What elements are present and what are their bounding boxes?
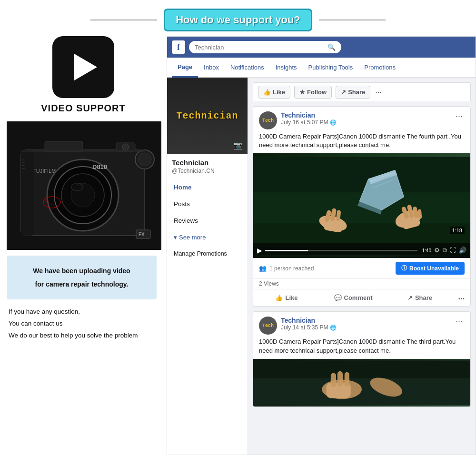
post-date-1: July 16 at 5:07 PM bbox=[281, 119, 450, 126]
post-card-1: Tech Technician July 16 at 5:07 PM ··· 1… bbox=[253, 106, 471, 307]
more-icon bbox=[458, 294, 465, 302]
share-icon bbox=[407, 294, 413, 301]
globe-icon-2 bbox=[330, 324, 337, 331]
svg-rect-17 bbox=[22, 165, 25, 166]
page-name: Technician bbox=[167, 154, 248, 168]
boost-button[interactable]: Boost Unavailable bbox=[396, 262, 465, 275]
svg-rect-44 bbox=[253, 378, 470, 405]
contact-line-1: If you have any question, bbox=[9, 308, 158, 315]
pip-icon[interactable] bbox=[443, 247, 447, 254]
settings-icon[interactable] bbox=[434, 247, 440, 254]
svg-rect-47 bbox=[331, 373, 336, 387]
banner-line-right bbox=[319, 20, 386, 20]
svg-rect-23 bbox=[21, 150, 145, 152]
follow-button[interactable]: Follow bbox=[294, 86, 332, 99]
contact-line-2: You can contact us bbox=[9, 320, 158, 327]
video-timestamp-1: 1:18 bbox=[450, 227, 465, 234]
tab-inbox[interactable]: Inbox bbox=[198, 58, 225, 78]
sidebar-item-reviews[interactable]: Reviews bbox=[167, 212, 248, 229]
post-comment-action[interactable]: Comment bbox=[320, 291, 387, 304]
comment-icon bbox=[334, 294, 342, 301]
page-handle: @Technician.CN bbox=[167, 168, 248, 179]
post-video-2 bbox=[253, 359, 470, 407]
post-header-2: Tech Technician July 14 at 5:35 PM ··· bbox=[253, 312, 470, 337]
volume-icon[interactable] bbox=[459, 247, 466, 254]
page-cover: Technician 📷 bbox=[167, 78, 248, 154]
camera-icon: 📷 bbox=[233, 141, 243, 150]
like-icon bbox=[275, 294, 283, 301]
top-banner: How do we support you? bbox=[0, 0, 476, 36]
post-share-action[interactable]: Share bbox=[387, 291, 453, 304]
reached-text: 1 person reached bbox=[269, 265, 314, 272]
search-icon: 🔍 bbox=[327, 43, 336, 51]
post-like-action[interactable]: Like bbox=[253, 291, 320, 304]
sidebar-item-home[interactable]: Home bbox=[167, 179, 248, 196]
fb-sidebar: Technician 📷 Technician @Technician.CN H… bbox=[167, 78, 248, 455]
sidebar-item-see-more[interactable]: See more bbox=[167, 229, 248, 246]
left-panel: VIDEO SUPPORT bbox=[0, 36, 167, 455]
svg-rect-16 bbox=[22, 162, 25, 163]
tab-publishing-tools[interactable]: Publishing Tools bbox=[303, 58, 359, 78]
banner-line-left bbox=[90, 20, 157, 20]
share-label: Share bbox=[348, 89, 365, 96]
post-actions-row-1: Like Comment Share bbox=[253, 289, 470, 306]
svg-text:FUJIFILM: FUJIFILM bbox=[33, 168, 56, 174]
more-options-icon[interactable]: ··· bbox=[375, 88, 381, 97]
play-button[interactable]: ▶ bbox=[257, 247, 262, 254]
svg-point-11 bbox=[138, 153, 151, 166]
video-support-section: VIDEO SUPPORT bbox=[7, 36, 160, 118]
video-controls-1: ▶ -1:40 bbox=[253, 243, 470, 258]
play-triangle-icon bbox=[74, 54, 97, 80]
post-meta-1: Technician July 16 at 5:07 PM bbox=[281, 111, 450, 126]
post-header-1: Tech Technician July 16 at 5:07 PM ··· bbox=[253, 107, 470, 132]
reach-left: 1 person reached bbox=[259, 265, 314, 272]
page-cover-text: Technician bbox=[174, 109, 240, 123]
follow-label: Follow bbox=[307, 89, 327, 96]
video-progress-fill bbox=[265, 250, 308, 251]
post-video-1: 1:18 ▶ -1:40 bbox=[253, 153, 470, 258]
post-comment-label: Comment bbox=[344, 294, 373, 301]
globe-icon bbox=[330, 119, 337, 126]
sidebar-item-posts[interactable]: Posts bbox=[167, 196, 248, 212]
tab-notifications[interactable]: Notifications bbox=[225, 58, 270, 78]
blue-text-box: We have been uploading video for camera … bbox=[7, 256, 157, 299]
post-author-2: Technician bbox=[281, 317, 450, 324]
blue-text-line1: We have been uploading video bbox=[14, 264, 149, 278]
follow-star-icon bbox=[299, 89, 305, 96]
video-thumbnail-1 bbox=[253, 153, 470, 258]
video-support-label: VIDEO SUPPORT bbox=[41, 103, 125, 114]
svg-point-9 bbox=[122, 144, 129, 150]
post-options-icon-2[interactable]: ··· bbox=[454, 317, 465, 327]
tab-insights[interactable]: Insights bbox=[270, 58, 303, 78]
video-control-icons bbox=[434, 247, 466, 254]
post-card-2: Tech Technician July 14 at 5:35 PM ··· 1… bbox=[253, 311, 471, 407]
facebook-panel: f 🔍 Page Inbox Notifications Insights Pu… bbox=[167, 36, 476, 455]
boost-label: Boost Unavailable bbox=[409, 265, 459, 272]
post-share-label: Share bbox=[415, 294, 432, 301]
fb-search-bar[interactable]: 🔍 bbox=[189, 41, 341, 53]
fullscreen-icon[interactable] bbox=[450, 247, 456, 254]
video-progress[interactable] bbox=[265, 250, 417, 251]
tab-page[interactable]: Page bbox=[172, 58, 198, 78]
avatar-text: Tech bbox=[262, 118, 274, 123]
share-button[interactable]: Share bbox=[336, 86, 370, 99]
post-author-1: Technician bbox=[281, 111, 450, 119]
camera-image: FUJIFILM D810 FX bbox=[7, 121, 161, 250]
like-button[interactable]: Like bbox=[258, 86, 290, 99]
post-more-action[interactable] bbox=[453, 291, 470, 304]
chevron-down-icon bbox=[174, 234, 177, 241]
blue-text-line2: for camera repair technology. bbox=[14, 278, 149, 291]
sidebar-item-manage-promotions[interactable]: Manage Promotions bbox=[167, 246, 248, 262]
fb-feed: Like Follow Share ··· bbox=[248, 78, 476, 455]
contact-section: If you have any question, You can contac… bbox=[7, 308, 160, 344]
post-meta-2: Technician July 14 at 5:35 PM bbox=[281, 317, 450, 331]
svg-text:FX: FX bbox=[139, 232, 145, 237]
see-more-label: See more bbox=[179, 234, 206, 241]
svg-rect-49 bbox=[345, 372, 349, 387]
post-reach-1: 1 person reached Boost Unavailable bbox=[253, 258, 470, 278]
tab-promotions[interactable]: Promotions bbox=[358, 58, 401, 78]
search-input[interactable] bbox=[195, 44, 327, 51]
post-options-icon-1[interactable]: ··· bbox=[454, 111, 465, 121]
main-layout: VIDEO SUPPORT bbox=[0, 36, 476, 455]
share-arrow-icon bbox=[341, 89, 346, 96]
